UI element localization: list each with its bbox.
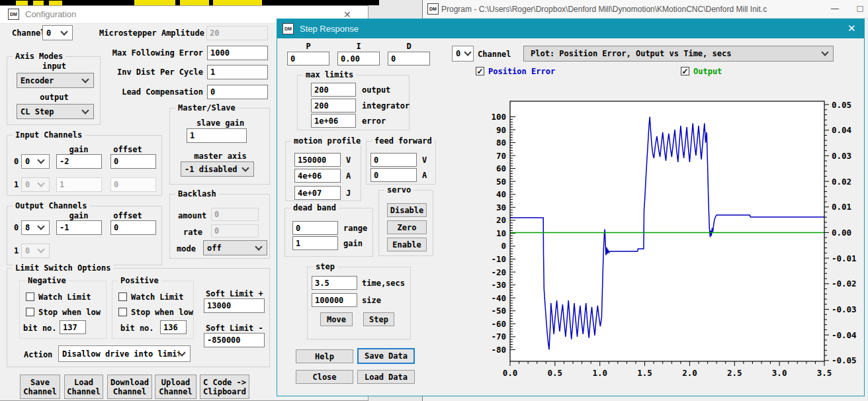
i-label: I	[337, 41, 380, 52]
load-data-button[interactable]: Load Data	[357, 370, 415, 384]
step-channel-select[interactable]: 0	[452, 46, 474, 62]
negative-stop-when-low-checkbox[interactable]	[26, 308, 34, 316]
max-output-label: output	[362, 85, 390, 95]
save-channel-button[interactable]: Save Channel	[20, 375, 60, 399]
dro-digit-fragment	[49, 1, 62, 5]
dro-digit-fragment	[134, 0, 175, 5]
input-mode-select[interactable]: Encoder	[17, 73, 94, 88]
download-channel-button[interactable]: Download Channel	[107, 375, 152, 399]
offset-header: offset	[108, 210, 148, 221]
inv-dist-per-cycle-label: Inv Dist Per Cycle	[99, 67, 203, 77]
rate-label: rate	[183, 227, 202, 238]
max-error-input[interactable]	[311, 114, 356, 128]
output-channel-0-gain[interactable]	[56, 220, 102, 235]
d-input[interactable]	[388, 52, 430, 66]
soft-limit-plus-input[interactable]	[204, 298, 265, 313]
positive-limit-group: Positive Watch Limit Stop when low bit n…	[112, 281, 194, 339]
svg-text:-0.03: -0.03	[832, 304, 857, 314]
acceleration-input[interactable]	[294, 169, 341, 183]
microstepper-amplitude-input[interactable]	[206, 26, 268, 40]
lead-compensation-input[interactable]	[207, 85, 268, 99]
chevron-down-icon	[37, 179, 44, 187]
input-channel-0-select[interactable]: 0	[21, 154, 50, 169]
motion-profile-group: motion profile V A J	[285, 141, 361, 201]
load-channel-button[interactable]: Load Channel	[64, 375, 103, 399]
max-following-error-input[interactable]	[207, 46, 268, 60]
move-button[interactable]: Move	[320, 312, 353, 326]
max-integrator-input[interactable]	[311, 99, 356, 112]
servo-disable-button[interactable]: Disable	[387, 203, 427, 217]
svg-text:30: 30	[496, 202, 506, 212]
plot-type-select[interactable]: Plot: Position Error, Output vs Time, se…	[523, 46, 834, 62]
limit-action-select[interactable]: Disallow drive into limit	[58, 345, 191, 362]
dead-band-range-label: range	[343, 223, 367, 234]
channel-select[interactable]: 0	[42, 25, 73, 40]
positive-stop-when-low-checkbox[interactable]	[118, 308, 127, 316]
row-index: 0	[14, 156, 19, 167]
servo-zero-button[interactable]: Zero	[387, 220, 427, 234]
dead-band-range-input[interactable]	[292, 221, 338, 235]
max-output-input[interactable]	[311, 83, 356, 97]
velocity-input[interactable]	[294, 153, 341, 167]
backlash-mode-select[interactable]: off	[203, 240, 267, 255]
app-icon: DM	[427, 3, 439, 15]
minimize-icon[interactable]	[825, 4, 845, 13]
servo-enable-button[interactable]: Enable	[387, 238, 427, 251]
row-index: 0	[14, 222, 19, 233]
chevron-down-icon	[60, 28, 67, 35]
output-channel-0-select[interactable]: 8	[21, 220, 50, 235]
i-input[interactable]	[337, 52, 380, 66]
positive-watch-limit-checkbox[interactable]	[118, 292, 127, 301]
position-error-label: Position Error	[488, 66, 555, 77]
jerk-input[interactable]	[294, 186, 341, 200]
svg-text:-0.04: -0.04	[832, 330, 857, 340]
svg-text:20: 20	[496, 215, 506, 225]
chevron-down-icon	[255, 243, 262, 250]
input-channels-title: Input Channels	[13, 130, 85, 140]
close-button[interactable]: Close	[296, 370, 353, 384]
negative-watch-limit-checkbox[interactable]	[26, 292, 34, 301]
step-time-input[interactable]	[312, 276, 357, 290]
step-response-plot: 1009080706050403020100-10-20-30-40-50-60…	[484, 93, 867, 378]
svg-text:-10: -10	[491, 254, 506, 264]
jerk-label: J	[346, 188, 351, 199]
help-button[interactable]: Help	[296, 349, 353, 363]
step-size-input[interactable]	[312, 293, 357, 307]
max-limits-group: max limits output integrator error	[297, 75, 410, 130]
dead-band-gain-input[interactable]	[292, 236, 338, 250]
input-channel-0-gain[interactable]	[56, 154, 102, 169]
svg-text:90: 90	[496, 125, 506, 135]
velocity-label: V	[346, 155, 351, 165]
negative-stop-when-low-label: Stop when low	[38, 307, 101, 318]
output-mode-select[interactable]: CL Step	[17, 104, 94, 119]
step-response-titlebar: DM Step Response	[277, 19, 864, 38]
close-icon[interactable]	[847, 22, 856, 34]
input-channel-0-offset[interactable]	[110, 154, 156, 169]
action-label: Action	[24, 349, 52, 360]
feed-forward-a-input[interactable]	[370, 168, 417, 182]
upload-channel-button[interactable]: Upload Channel	[155, 375, 196, 399]
feed-forward-title: feed forward	[372, 136, 435, 146]
svg-text:2.5: 2.5	[727, 368, 742, 378]
c-code-clipboard-button[interactable]: C Code -> Clipboard	[200, 375, 249, 399]
maximize-icon[interactable]	[853, 3, 867, 14]
max-following-error-label: Max Following Error	[99, 48, 203, 58]
p-input[interactable]	[287, 52, 329, 66]
svg-text:1.5: 1.5	[637, 368, 652, 378]
position-error-checkbox[interactable]: ✓	[476, 67, 484, 75]
output-channel-0-offset[interactable]	[110, 220, 156, 235]
master-axis-select[interactable]: -1 disabled	[181, 161, 254, 177]
input-label: input	[7, 61, 101, 71]
feed-forward-v-input[interactable]	[370, 153, 417, 167]
inv-dist-per-cycle-input[interactable]	[207, 65, 268, 79]
soft-limit-minus-input[interactable]	[204, 333, 265, 347]
slave-gain-input[interactable]	[187, 128, 247, 143]
save-data-button[interactable]: Save Data	[357, 348, 415, 364]
step-button[interactable]: Step	[363, 312, 394, 326]
positive-bit-input[interactable]	[160, 320, 187, 334]
output-checkbox[interactable]: ✓	[681, 67, 689, 75]
svg-text:-30: -30	[491, 280, 506, 290]
svg-text:0.04: 0.04	[832, 125, 851, 135]
chevron-down-icon	[81, 107, 89, 114]
negative-bit-input[interactable]	[60, 320, 86, 334]
